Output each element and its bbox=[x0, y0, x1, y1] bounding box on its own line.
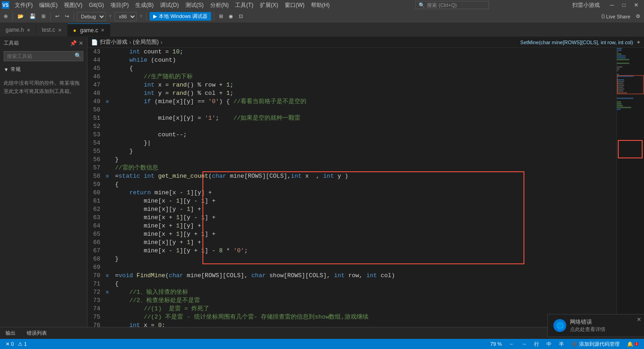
table-row: 63 mine[x + 1][y - 1] + bbox=[87, 214, 616, 222]
warning-count: 1 bbox=[24, 341, 27, 347]
breadcrumb-add-btn[interactable]: + bbox=[637, 39, 640, 46]
menu-analyze[interactable]: 分析(N) bbox=[207, 0, 232, 10]
window-restore[interactable]: □ bbox=[619, 2, 629, 8]
status-add-source[interactable]: ➕ 添加到源代码管理 bbox=[569, 341, 621, 348]
status-zoom[interactable]: 79 % bbox=[489, 341, 504, 347]
menu-git[interactable]: Git(G) bbox=[86, 1, 107, 9]
sidebar-pin-icon[interactable]: 📌 bbox=[70, 40, 77, 47]
tab-game-c[interactable]: ● game.c ✕ bbox=[68, 23, 111, 36]
platform-select[interactable]: x86 bbox=[115, 12, 137, 21]
tab-game-h-close[interactable]: ✕ bbox=[27, 28, 30, 33]
menu-extensions[interactable]: 扩展(X) bbox=[257, 0, 281, 10]
tab-game-h[interactable]: game.h ✕ bbox=[0, 23, 36, 36]
toolbar-btn7[interactable]: ⊡ bbox=[237, 12, 245, 20]
line-code[interactable]: if (mine[x][y] == '0') { //看看当前格子是不是空的 bbox=[113, 98, 616, 106]
status-nav-prev[interactable]: ← bbox=[507, 341, 516, 347]
window-minimize[interactable]: ─ bbox=[606, 2, 618, 8]
line-code[interactable]: { bbox=[113, 280, 616, 288]
menu-view[interactable]: 视图(V) bbox=[61, 0, 85, 10]
live-share-button[interactable]: ⟨⟩ Live Share bbox=[599, 12, 632, 20]
error-count: 0 bbox=[11, 341, 14, 347]
line-code[interactable]: //1、输入排查的坐标 bbox=[113, 288, 616, 297]
search-icon[interactable]: 🔍 bbox=[75, 52, 81, 59]
line-code[interactable] bbox=[113, 263, 616, 272]
line-code[interactable] bbox=[113, 106, 616, 114]
line-code[interactable]: count--; bbox=[113, 131, 616, 139]
status-bell[interactable]: 🔔 1 bbox=[625, 341, 640, 347]
tab-test-c[interactable]: test.c ✕ bbox=[36, 23, 68, 36]
line-code[interactable]: //2、检查坐标处是不是雷 bbox=[113, 297, 616, 305]
tab-game-c-close[interactable]: ✕ bbox=[101, 28, 104, 33]
status-row-col[interactable]: 行 bbox=[532, 341, 541, 348]
notification-close[interactable]: ✕ bbox=[637, 316, 641, 323]
status-line-ending[interactable]: 半 bbox=[557, 341, 566, 348]
tab-test-c-close[interactable]: ✕ bbox=[58, 28, 62, 33]
line-code[interactable]: } bbox=[113, 156, 616, 164]
toolbar-undo[interactable]: ↩ bbox=[53, 12, 61, 20]
line-code[interactable]: //(1) 是雷 = 炸死了 bbox=[113, 305, 616, 313]
menu-debug[interactable]: 调试(D) bbox=[157, 0, 182, 10]
code-editor[interactable]: 43 int count = 10;44 while (count)45 {46… bbox=[87, 48, 616, 327]
line-code[interactable]: int x = rand() % row + 1; bbox=[113, 81, 616, 89]
toolbar-sep1 bbox=[12, 12, 13, 21]
bottom-tab-output[interactable]: 输出 bbox=[4, 330, 17, 337]
debug-config-select[interactable]: Debug bbox=[77, 12, 106, 21]
toolbar-save-all[interactable]: ⊞ bbox=[40, 12, 47, 20]
line-code[interactable]: int count = 10; bbox=[113, 48, 616, 56]
line-indicator bbox=[106, 56, 113, 64]
line-code[interactable]: //雷的个数信息 bbox=[113, 164, 616, 172]
line-number: 67 bbox=[87, 247, 106, 255]
line-code[interactable]: while (count) bbox=[113, 56, 616, 64]
line-code[interactable]: mine[x][y + 1] + bbox=[113, 238, 616, 247]
tab-test-c-label: test.c bbox=[42, 27, 55, 33]
line-code[interactable]: mine[x][y] = '1'; //如果是空的就种一颗雷 bbox=[113, 114, 616, 122]
code-wrapper: 43 int count = 10;44 while (count)45 {46… bbox=[87, 48, 644, 327]
sidebar-header-icons: 📌 ✕ bbox=[70, 40, 83, 47]
line-code[interactable]: int x = 0; bbox=[113, 321, 616, 327]
toolbar-settings[interactable]: ⚙ bbox=[634, 12, 642, 20]
line-code[interactable]: } bbox=[113, 255, 616, 263]
toolbar-btn5[interactable]: ⊞ bbox=[217, 12, 225, 20]
sidebar-close-icon[interactable]: ✕ bbox=[79, 40, 83, 47]
line-code[interactable]: mine[x - 1][y - 1] + bbox=[113, 197, 616, 205]
toolbar-open[interactable]: 📂 bbox=[16, 12, 26, 20]
line-code[interactable]: //生产随机的下标 bbox=[113, 73, 616, 81]
line-code[interactable]: mine[x - 1][y + 1] - 8 * '0'; bbox=[113, 247, 616, 255]
toolbar-save[interactable]: 💾 bbox=[28, 12, 38, 20]
status-nav-next[interactable]: → bbox=[520, 341, 529, 347]
menu-edit[interactable]: 编辑(E) bbox=[36, 0, 60, 10]
line-code[interactable]: { bbox=[113, 64, 616, 73]
run-button[interactable]: ▶ 本地 Windows 调试器 bbox=[150, 12, 211, 21]
line-code[interactable]: mine[x][y - 1] + bbox=[113, 205, 616, 214]
menu-file[interactable]: 文件(F) bbox=[12, 0, 35, 10]
line-number: 60 bbox=[87, 189, 106, 197]
window-close[interactable]: ✕ bbox=[630, 2, 642, 8]
menu-project[interactable]: 项目(P) bbox=[108, 0, 132, 10]
line-code[interactable]: mine[x + 1][y - 1] + bbox=[113, 214, 616, 222]
line-code[interactable]: =static int get_mine_count(char mine[ROW… bbox=[113, 172, 616, 180]
line-code[interactable]: //(2) 不是雷 - 统计坐标周围有几个雷- 存储排查雷的信息到show数组,… bbox=[113, 313, 616, 321]
line-code[interactable]: return mine[x - 1][y] + bbox=[113, 189, 616, 197]
line-code[interactable]: =void FindMine(char mine[ROWS][COLS], ch… bbox=[113, 272, 616, 280]
menu-tools[interactable]: 工具(T) bbox=[232, 0, 256, 10]
line-code[interactable]: mine[x + 1][y + 1] + bbox=[113, 230, 616, 238]
status-encoding[interactable]: 中 bbox=[545, 341, 553, 348]
line-code[interactable] bbox=[113, 122, 616, 131]
menu-help[interactable]: 帮助(H) bbox=[308, 0, 333, 10]
search-input[interactable] bbox=[4, 51, 83, 61]
status-errors[interactable]: ✕ 0 ⚠ 1 bbox=[4, 341, 29, 347]
menu-test[interactable]: 测试(S) bbox=[183, 0, 207, 10]
line-code[interactable]: } bbox=[113, 147, 616, 156]
bottom-tab-errors[interactable]: 错误列表 bbox=[25, 330, 49, 337]
toolbar-new[interactable]: ⊕ bbox=[2, 12, 10, 20]
line-code[interactable]: int y = rand() % col + 1; bbox=[113, 89, 616, 98]
menu-window[interactable]: 窗口(W) bbox=[282, 0, 307, 10]
toolbar-btn6[interactable]: ◉ bbox=[227, 12, 235, 20]
notification-subtitle[interactable]: 点此处查看详情 bbox=[570, 326, 605, 333]
minimap[interactable] bbox=[616, 48, 644, 327]
line-code[interactable]: { bbox=[113, 180, 616, 189]
line-code[interactable]: }| bbox=[113, 139, 616, 147]
toolbar-redo[interactable]: ↪ bbox=[63, 12, 71, 20]
menu-build[interactable]: 生成(B) bbox=[132, 0, 156, 10]
line-code[interactable]: mine[x + 1][y] + bbox=[113, 222, 616, 230]
